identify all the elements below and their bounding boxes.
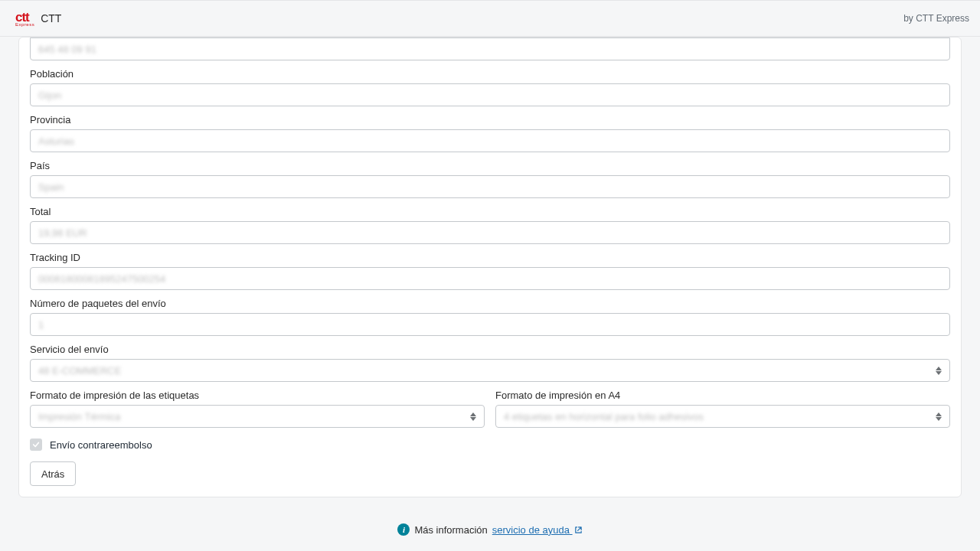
tracking-field: Tracking ID 00081800081895247500254 bbox=[30, 252, 950, 290]
pais-field: País Spain bbox=[30, 160, 950, 198]
total-field: Total 19,98 EUR bbox=[30, 206, 950, 244]
sort-icon bbox=[467, 409, 479, 423]
external-link-icon bbox=[574, 526, 583, 534]
a4-format-field: Formato de impresión en A4 4 etiquetas e… bbox=[495, 390, 950, 428]
help-link[interactable]: servicio de ayuda bbox=[492, 524, 583, 536]
poblacion-label: Población bbox=[30, 68, 950, 80]
print-format-field: Formato de impresión de las etiquetas Im… bbox=[30, 390, 485, 428]
footer-info: i Más información servicio de ayuda bbox=[18, 523, 962, 536]
page-title: CTT bbox=[41, 12, 61, 24]
service-field: Servicio del envío 48 E-COMMERCE bbox=[30, 344, 950, 382]
phone-input[interactable]: 645 48 09 91 bbox=[30, 37, 950, 60]
pais-input[interactable]: Spain bbox=[30, 175, 950, 198]
tracking-input[interactable]: 00081800081895247500254 bbox=[30, 267, 950, 290]
byline: by CTT Express bbox=[903, 13, 969, 24]
form-card: 645 48 09 91 Población Gijon Provincia A… bbox=[18, 37, 962, 497]
back-button[interactable]: Atrás bbox=[30, 461, 76, 486]
packages-field: Número de paquetes del envío 1 bbox=[30, 298, 950, 336]
packages-label: Número de paquetes del envío bbox=[30, 298, 950, 309]
print-format-select[interactable]: Impresión Térmica bbox=[30, 405, 485, 428]
provincia-field: Provincia Asturias bbox=[30, 114, 950, 152]
phone-field: 645 48 09 91 bbox=[30, 37, 950, 60]
poblacion-input[interactable]: Gijon bbox=[30, 83, 950, 106]
total-input[interactable]: 19,98 EUR bbox=[30, 221, 950, 244]
sort-icon bbox=[933, 409, 945, 423]
packages-input[interactable]: 1 bbox=[30, 313, 950, 336]
a4-format-select[interactable]: 4 etiquetas en horizontal para folio adh… bbox=[495, 405, 950, 428]
poblacion-field: Población Gijon bbox=[30, 68, 950, 106]
cod-label: Envío contrareembolso bbox=[50, 439, 152, 451]
cod-checkbox[interactable] bbox=[30, 439, 42, 451]
tracking-label: Tracking ID bbox=[30, 252, 950, 263]
info-icon: i bbox=[397, 523, 410, 536]
brand: ctt Express CTT bbox=[15, 11, 61, 27]
provincia-input[interactable]: Asturias bbox=[30, 129, 950, 152]
top-bar: ctt Express CTT by CTT Express bbox=[0, 0, 980, 37]
a4-format-label: Formato de impresión en A4 bbox=[495, 390, 950, 401]
service-select[interactable]: 48 E-COMMERCE bbox=[30, 359, 950, 382]
sort-icon bbox=[933, 364, 945, 377]
ctt-logo: ctt Express bbox=[15, 11, 34, 27]
pais-label: País bbox=[30, 160, 950, 171]
more-info-text: Más información bbox=[414, 524, 487, 536]
check-icon bbox=[32, 441, 40, 448]
cod-row: Envío contrareembolso bbox=[30, 439, 950, 451]
total-label: Total bbox=[30, 206, 950, 217]
service-label: Servicio del envío bbox=[30, 344, 950, 355]
print-format-label: Formato de impresión de las etiquetas bbox=[30, 390, 485, 401]
provincia-label: Provincia bbox=[30, 114, 950, 126]
